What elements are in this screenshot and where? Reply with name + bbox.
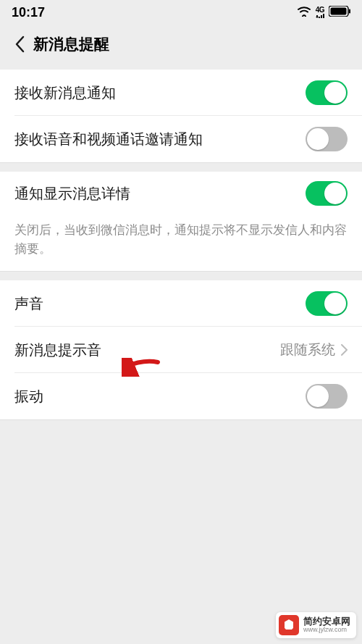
watermark: 简约安卓网 www.jylzw.com xyxy=(276,612,356,638)
chevron-left-icon xyxy=(14,35,25,53)
toggle-show-detail[interactable] xyxy=(306,181,348,206)
value-ringtone: 跟随系统 xyxy=(280,340,335,359)
battery-icon xyxy=(329,5,350,20)
row-vibrate[interactable]: 振动 xyxy=(0,373,362,419)
svg-rect-1 xyxy=(331,7,347,14)
group-sound: 声音 新消息提示音 跟随系统 振动 xyxy=(0,280,362,420)
label-receive-call: 接收语音和视频通话邀请通知 xyxy=(14,130,203,149)
status-bar: 10:17 4G xyxy=(0,0,362,25)
row-receive-message[interactable]: 接收新消息通知 xyxy=(0,70,362,116)
label-sound: 声音 xyxy=(14,294,43,314)
group-detail: 通知显示消息详情 关闭后，当收到微信消息时，通知提示将不显示发信人和内容摘要。 xyxy=(0,172,362,272)
page-title: 新消息提醒 xyxy=(33,34,109,54)
toggle-sound[interactable] xyxy=(306,291,348,316)
toggle-receive-call[interactable] xyxy=(306,127,348,151)
label-ringtone: 新消息提示音 xyxy=(14,340,101,360)
row-receive-call[interactable]: 接收语音和视频通话邀请通知 xyxy=(0,116,362,162)
desc-show-detail: 关闭后，当收到微信消息时，通知提示将不显示发信人和内容摘要。 xyxy=(0,215,362,271)
watermark-logo-icon xyxy=(279,615,299,635)
row-sound[interactable]: 声音 xyxy=(0,280,362,327)
label-receive-message: 接收新消息通知 xyxy=(14,83,116,103)
group-notifications: 接收新消息通知 接收语音和视频通话邀请通知 xyxy=(0,70,362,163)
network-label: 4G xyxy=(316,7,324,18)
status-time: 10:17 xyxy=(12,5,45,20)
watermark-url: www.jylzw.com xyxy=(303,627,350,634)
back-button[interactable] xyxy=(7,32,32,57)
svg-rect-2 xyxy=(349,9,350,13)
toggle-receive-message[interactable] xyxy=(306,80,348,105)
wifi-icon xyxy=(297,5,311,20)
label-show-detail: 通知显示消息详情 xyxy=(14,184,130,204)
chevron-right-icon xyxy=(341,344,348,356)
label-vibrate: 振动 xyxy=(14,387,43,406)
row-ringtone[interactable]: 新消息提示音 跟随系统 xyxy=(0,327,362,373)
toggle-vibrate[interactable] xyxy=(306,384,348,409)
watermark-title: 简约安卓网 xyxy=(303,616,350,627)
row-show-detail[interactable]: 通知显示消息详情 xyxy=(0,172,362,215)
page-header: 新消息提醒 xyxy=(0,25,362,64)
status-icons: 4G xyxy=(297,5,350,20)
